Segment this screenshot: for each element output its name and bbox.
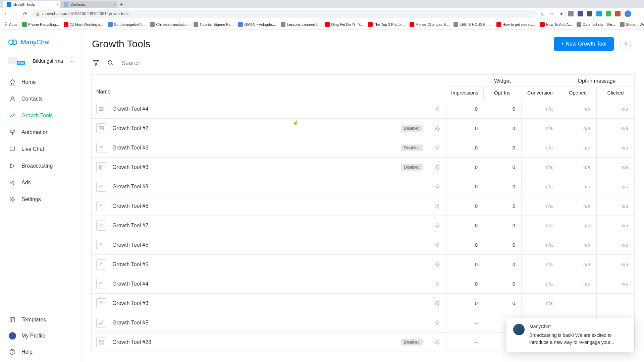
tool-type-icon <box>96 259 106 269</box>
sidebar-item-settings[interactable]: Settings <box>0 191 82 208</box>
col-conversion[interactable]: Conversion <box>521 86 559 99</box>
bookmark-item[interactable]: Datenschutz – Re... <box>575 21 616 27</box>
row-settings-button[interactable] <box>433 338 441 346</box>
row-settings-button[interactable] <box>433 241 441 249</box>
row-settings-button[interactable] <box>433 260 441 268</box>
sidebar-item-broadcasting[interactable]: Broadcasting <box>0 158 82 174</box>
table-row[interactable]: Growth Tool #300n/a <box>92 293 634 313</box>
close-icon[interactable]: × <box>113 2 115 6</box>
col-clicked[interactable]: Clicked <box>597 86 634 99</box>
table-row[interactable]: Growth Tool #3Disabled00n/an/an/a <box>92 138 634 157</box>
bookmark-item[interactable]: (1) How Working a... <box>62 21 105 27</box>
bookmark-item[interactable]: How To Add A... <box>539 21 573 27</box>
cell-conversion: n/a <box>522 99 559 118</box>
table-row[interactable]: Growth Tool #700n/an/an/a <box>92 216 634 235</box>
cell-clicked: n/a <box>597 255 634 274</box>
cell-conversion: n/a <box>522 216 559 235</box>
zoom-icon[interactable]: ⊕ <box>540 11 545 16</box>
sidebar-item-profile[interactable]: My Profile <box>0 328 82 344</box>
row-settings-button[interactable] <box>433 319 441 327</box>
col-impressions[interactable]: Impressions <box>446 86 484 99</box>
bookmark-item[interactable]: How to get more v... <box>495 21 537 27</box>
row-settings-button[interactable] <box>433 202 441 210</box>
row-settings-button[interactable] <box>433 105 441 113</box>
svg-rect-29 <box>99 343 101 344</box>
tool-type-icon <box>96 279 106 289</box>
table-row[interactable]: Growth Tool #900n/an/an/a <box>92 177 634 196</box>
bookmark-item[interactable]: Lessons Learned f... <box>279 21 322 27</box>
svg-rect-27 <box>99 340 101 342</box>
brand-logo[interactable]: ManyChat <box>0 34 82 53</box>
table-row[interactable]: Growth Tool #500n/an/an/a <box>92 254 634 274</box>
nav-label: Growth Tools <box>21 113 53 119</box>
bookmark-apps[interactable]: ⠿Apps <box>3 21 19 27</box>
bookmark-item[interactable]: The Top 3 Platfor... <box>367 21 406 27</box>
search-input[interactable]: Search <box>121 60 141 67</box>
tool-name: Growth Tool #4 <box>112 106 148 112</box>
extension-icon[interactable] <box>615 11 621 16</box>
bookmark-item[interactable]: Chinese translatio... <box>149 21 190 27</box>
row-settings-button[interactable] <box>433 280 441 288</box>
row-settings-button[interactable] <box>433 144 441 152</box>
chat-popup[interactable]: ManyChat Broadcasting is back! We are ex… <box>506 318 634 352</box>
table-row[interactable]: Growth Tool #2☝Disabled00n/an/an/a <box>92 118 634 138</box>
url-input[interactable]: 🔒 manychat.com/fb198150208192061/growth-… <box>32 10 537 18</box>
cell-clicked: n/a <box>597 138 634 157</box>
tool-type-icon <box>96 221 106 231</box>
reload-button[interactable]: ⟳ <box>22 11 28 17</box>
bookmark-item[interactable]: Phone Recycling... <box>21 21 60 27</box>
star-icon[interactable]: ☆ <box>549 11 555 16</box>
table-row[interactable]: Growth Tool #400n/an/an/a <box>92 274 634 293</box>
col-opened[interactable]: Opened <box>559 86 597 99</box>
col-name[interactable]: Name <box>92 75 446 99</box>
search-icon[interactable] <box>107 59 115 67</box>
new-tab-button[interactable]: + <box>117 1 125 8</box>
extension-icon[interactable] <box>568 11 574 16</box>
menu-icon[interactable]: ⋮ <box>635 11 641 16</box>
table-row[interactable]: Growth Tool #600n/an/an/a <box>92 235 634 254</box>
sidebar-item-templates[interactable]: Templates <box>0 312 82 328</box>
tab-favicon-icon <box>64 2 68 7</box>
row-settings-button[interactable] <box>433 299 441 307</box>
sidebar-item-help[interactable]: Help <box>0 344 82 360</box>
sidebar-item-automation[interactable]: Automation <box>0 124 82 141</box>
bookmark-item[interactable]: Tutorial: Eigene Fa... <box>192 21 235 27</box>
bookmark-item[interactable]: Money Changes E... <box>408 21 450 27</box>
bookmark-label: Chinese translatio... <box>156 22 189 26</box>
row-settings-button[interactable] <box>433 163 441 171</box>
table-row[interactable]: Growth Tool #400n/an/an/a <box>92 99 634 118</box>
sidebar-item-home[interactable]: Home <box>0 74 82 90</box>
star-filled-icon[interactable]: ★ <box>559 11 564 16</box>
browser-tab-active[interactable]: Growth Tools × <box>3 1 60 8</box>
extension-icon[interactable] <box>578 11 583 16</box>
bookmark-item[interactable]: Sonderangebot! I... <box>107 21 147 27</box>
bookmark-item[interactable]: Student Wants a... <box>619 21 644 27</box>
extension-icon[interactable] <box>596 11 602 16</box>
browser-tab[interactable]: Contacts × <box>60 1 117 8</box>
bookmark-item[interactable]: GMSN • Vologda,... <box>237 21 277 27</box>
forward-button[interactable]: → <box>13 11 19 17</box>
filter-icon[interactable] <box>92 59 100 67</box>
sidebar-item-growth-tools[interactable]: Growth Tools <box>0 107 82 124</box>
row-settings-button[interactable] <box>433 222 441 230</box>
page-header: Growth Tools + New Growth Tool <box>82 29 644 54</box>
account-switcher[interactable]: PRO Bildungsfirma ⌄ <box>5 54 77 67</box>
row-settings-button[interactable] <box>433 183 441 191</box>
bookmark-item[interactable]: LEE 'S HOUSE—... <box>452 21 493 27</box>
row-settings-button[interactable] <box>433 124 441 132</box>
bookmark-item[interactable]: Qing Fei De Yi - Y... <box>324 21 365 27</box>
close-icon[interactable]: × <box>56 2 58 6</box>
table-row[interactable]: Growth Tool #3Disabled00n/an/an/a <box>92 157 634 177</box>
sidebar-item-contacts[interactable]: Contacts <box>0 90 82 107</box>
back-button[interactable]: ← <box>3 11 9 17</box>
page-settings-button[interactable] <box>621 39 631 49</box>
extension-icon[interactable] <box>587 11 592 16</box>
new-growth-tool-button[interactable]: + New Growth Tool <box>554 37 614 51</box>
extension-icon[interactable] <box>606 11 611 16</box>
table-row[interactable]: Growth Tool #800n/an/an/a <box>92 196 634 216</box>
cell-conversion: n/a <box>522 235 559 254</box>
col-optins[interactable]: Opt-Ins <box>484 86 521 99</box>
sidebar-item-ads[interactable]: Ads <box>0 174 82 191</box>
profile-avatar-icon[interactable] <box>625 10 631 17</box>
sidebar-item-livechat[interactable]: Live Chat <box>0 141 82 158</box>
